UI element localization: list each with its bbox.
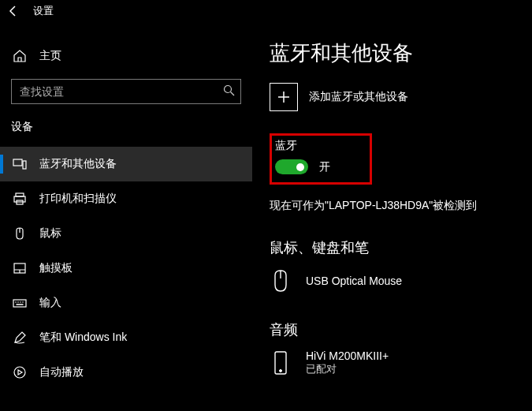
discoverable-text: 现在可作为"LAPTOP-LJ38HD9A"被检测到 bbox=[270, 199, 532, 213]
svg-rect-4 bbox=[14, 196, 25, 202]
device-row-audio[interactable]: HiVi M200MKIII+ 已配对 bbox=[270, 349, 532, 377]
mouse-device-icon bbox=[270, 267, 292, 295]
bluetooth-toggle[interactable] bbox=[275, 159, 308, 174]
section-mouse-kbd-pen-title: 鼠标、键盘和笔 bbox=[270, 238, 532, 257]
nav-home[interactable]: 主页 bbox=[0, 41, 252, 71]
home-icon bbox=[13, 49, 27, 63]
svg-rect-7 bbox=[13, 300, 26, 307]
nav-item-label: 笔和 Windows Ink bbox=[39, 331, 127, 345]
svg-point-10 bbox=[280, 370, 282, 372]
devices-icon bbox=[13, 157, 27, 171]
device-text: USB Optical Mouse bbox=[306, 275, 402, 287]
autoplay-icon bbox=[13, 365, 27, 379]
main-content: 蓝牙和其他设备 添加蓝牙或其他设备 蓝牙 开 现在可作为"LAPTOP-LJ38… bbox=[252, 0, 532, 411]
toggle-knob bbox=[296, 163, 304, 171]
nav-item-label: 输入 bbox=[39, 296, 61, 310]
plus-icon bbox=[270, 83, 298, 111]
titlebar: 设置 bbox=[0, 0, 252, 22]
nav-item-bluetooth-devices[interactable]: 蓝牙和其他设备 bbox=[0, 147, 252, 181]
search-container bbox=[11, 79, 241, 104]
app-title: 设置 bbox=[33, 4, 54, 18]
add-device-button[interactable]: 添加蓝牙或其他设备 bbox=[270, 83, 532, 111]
sidebar: 设置 主页 设备 蓝牙和其他设备 打印机和扫描仪 bbox=[0, 0, 252, 411]
nav-item-label: 打印机和扫描仪 bbox=[39, 192, 117, 206]
nav-item-typing[interactable]: 输入 bbox=[0, 286, 252, 320]
svg-rect-2 bbox=[23, 161, 26, 169]
printer-icon bbox=[13, 192, 27, 206]
bluetooth-toggle-row: 开 bbox=[275, 159, 330, 174]
device-name: HiVi M200MKIII+ bbox=[306, 349, 389, 362]
svg-point-8 bbox=[14, 367, 25, 378]
phone-device-icon bbox=[270, 349, 292, 377]
svg-rect-1 bbox=[13, 159, 22, 166]
bluetooth-label: 蓝牙 bbox=[275, 139, 330, 153]
nav-item-label: 触摸板 bbox=[39, 261, 73, 275]
nav-item-autoplay[interactable]: 自动播放 bbox=[0, 355, 252, 390]
nav-item-printers-scanners[interactable]: 打印机和扫描仪 bbox=[0, 181, 252, 216]
search-icon[interactable] bbox=[223, 84, 235, 99]
nav-list: 蓝牙和其他设备 打印机和扫描仪 鼠标 触摸板 输入 bbox=[0, 147, 252, 390]
nav-item-mouse[interactable]: 鼠标 bbox=[0, 216, 252, 251]
svg-point-0 bbox=[225, 86, 232, 93]
sidebar-section-label: 设备 bbox=[0, 104, 252, 139]
touchpad-icon bbox=[13, 261, 27, 275]
section-audio-title: 音频 bbox=[270, 320, 532, 339]
pen-icon bbox=[13, 331, 27, 345]
bluetooth-toggle-section: 蓝牙 开 bbox=[270, 133, 372, 185]
device-status: 已配对 bbox=[306, 362, 389, 376]
mouse-icon bbox=[13, 226, 27, 241]
nav-home-label: 主页 bbox=[39, 49, 61, 63]
page-title: 蓝牙和其他设备 bbox=[270, 39, 532, 67]
add-device-label: 添加蓝牙或其他设备 bbox=[309, 90, 408, 104]
nav-item-label: 自动播放 bbox=[39, 365, 84, 379]
device-row-mouse[interactable]: USB Optical Mouse bbox=[270, 267, 532, 295]
nav-item-label: 鼠标 bbox=[39, 226, 61, 241]
search-input[interactable] bbox=[11, 79, 241, 104]
svg-rect-3 bbox=[16, 193, 24, 196]
back-button[interactable] bbox=[6, 4, 20, 18]
bluetooth-toggle-state: 开 bbox=[319, 160, 330, 174]
device-name: USB Optical Mouse bbox=[306, 275, 402, 287]
nav-item-touchpad[interactable]: 触摸板 bbox=[0, 251, 252, 286]
device-text: HiVi M200MKIII+ 已配对 bbox=[306, 349, 389, 376]
keyboard-icon bbox=[13, 296, 27, 310]
nav-item-label: 蓝牙和其他设备 bbox=[39, 157, 117, 171]
nav-item-pen-ink[interactable]: 笔和 Windows Ink bbox=[0, 320, 252, 355]
